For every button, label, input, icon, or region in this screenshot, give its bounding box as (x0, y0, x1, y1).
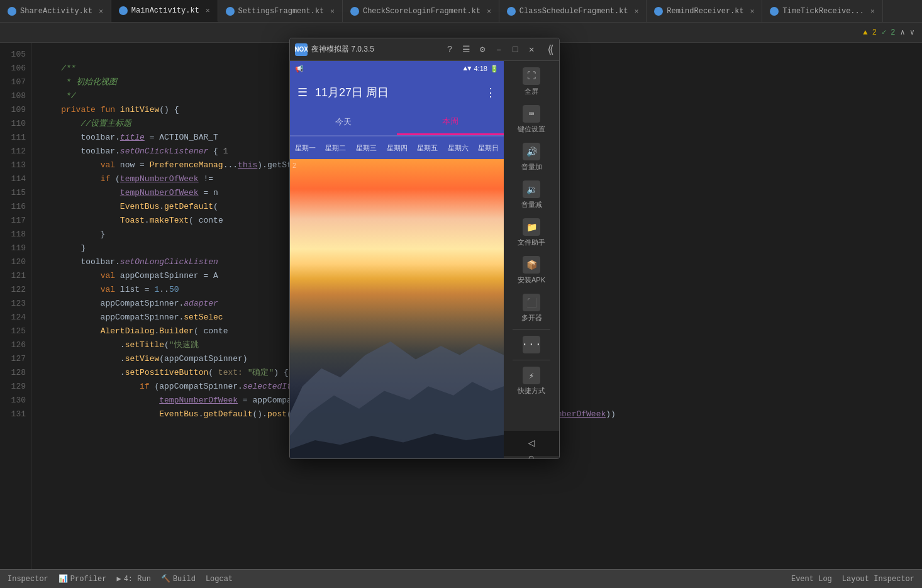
fullscreen-btn[interactable]: ⛶ 全屏 (506, 64, 557, 100)
week-tab-today-label: 今天 (335, 116, 352, 128)
mountain-silhouette-svg (290, 279, 504, 458)
settings-btn[interactable]: ⚙ (477, 44, 488, 55)
eventlog-label: Event Log (791, 575, 832, 584)
hamburger-icon[interactable]: ☰ (297, 86, 308, 99)
help-btn[interactable]: ? (444, 44, 455, 55)
tab-mainactivity[interactable]: MainActivity.kt ✕ (111, 0, 218, 22)
app-toolbar: ☰ 11月27日 周日 ⋮ (290, 76, 504, 109)
week-tab-thisweek-label: 本周 (442, 116, 458, 127)
build-btn[interactable]: 🔨 Build (161, 574, 196, 584)
volume-up-icon: 🔊 (523, 143, 540, 160)
battery-icon: 🔋 (490, 65, 499, 73)
status-time: 4:18 (474, 65, 487, 72)
file-assistant-icon: 📁 (523, 218, 540, 236)
tab-icon-shareactivity (8, 7, 16, 16)
phone-screen: 📢 ▲▼ 4:18 🔋 ☰ 11月27日 周日 ⋮ 今天 本周 (290, 61, 504, 458)
tab-close-classschedulefragment[interactable]: ✕ (635, 7, 639, 15)
inspector-label: Inspector (8, 575, 48, 584)
schedule-body: 2 (290, 159, 504, 458)
tab-close-remindreceiver[interactable]: ✕ (750, 7, 755, 15)
tab-icon-classschedulefragment (507, 7, 516, 16)
tab-icon-settingsfragment (226, 7, 235, 16)
tab-icon-checkscoreloginfragment (350, 7, 359, 16)
bottom-bar: Inspector 📊 Profiler ▶ 4: Run 🔨 Build Lo… (0, 569, 922, 588)
tab-close-settingsfragment[interactable]: ✕ (330, 7, 335, 15)
tab-classschedulefragment[interactable]: ClassScheduleFragment.kt ✕ (499, 0, 647, 22)
volume-up-btn[interactable]: 🔊 音量加 (506, 139, 557, 175)
emulator-body: 📢 ▲▼ 4:18 🔋 ☰ 11月27日 周日 ⋮ 今天 本周 (290, 61, 559, 458)
tab-close-checkscoreloginfragment[interactable]: ✕ (487, 7, 491, 15)
emulator-titlebar: NOX 夜神模拟器 7.0.3.5 ? ☰ ⚙ – □ ✕ ⟪ (290, 38, 559, 61)
volume-down-icon: 🔉 (523, 180, 540, 198)
profiler-btn[interactable]: 📊 Profiler (58, 574, 107, 584)
file-assistant-label: 文件助手 (518, 238, 545, 247)
tab-label-settingsfragment: SettingsFragment.kt (238, 7, 325, 16)
install-apk-btn[interactable]: 📦 安装APK (506, 252, 557, 289)
tab-shareactivity[interactable]: ShareActivity.kt ✕ (0, 0, 111, 22)
more-tools-btn[interactable]: ··· (506, 332, 557, 357)
install-apk-icon: 📦 (523, 256, 540, 274)
shortcut-label: 快捷方式 (518, 386, 545, 396)
tab-label-remindreceiver: RemindReceiver.kt (667, 7, 743, 16)
week-tab-thisweek[interactable]: 本周 (397, 109, 504, 135)
back-nav-btn[interactable]: ◁ (520, 436, 543, 450)
layoutinspector-btn[interactable]: Layout Inspector (842, 575, 914, 584)
home-nav-btn[interactable]: ○ (520, 452, 543, 458)
tab-label-checkscoreloginfragment: CheckScoreLoginFragment.kt (363, 7, 480, 16)
tab-icon-remindreceiver (654, 7, 663, 16)
emulator-sidebar: ⛶ 全屏 ⌨ 键位设置 🔊 音量加 🔉 音量减 📁 文件助手 📦 安装APK (504, 61, 559, 458)
keymapping-btn[interactable]: ⌨ 键位设置 (506, 101, 557, 138)
app-toolbar-title: 11月27日 周日 (315, 85, 477, 100)
emulator-window: NOX 夜神模拟器 7.0.3.5 ? ☰ ⚙ – □ ✕ ⟪ 📢 ▲▼ 4:1… (289, 38, 560, 459)
install-apk-label: 安装APK (518, 275, 545, 285)
day-saturday: 星期六 (443, 143, 474, 153)
tab-close-shareactivity[interactable]: ✕ (99, 7, 103, 15)
run-icon: ▶ (116, 574, 121, 584)
eventlog-btn[interactable]: Event Log (791, 575, 832, 584)
week-tab-today[interactable]: 今天 (290, 109, 397, 135)
day-thursday: 星期四 (382, 143, 413, 153)
tab-label-shareactivity: ShareActivity.kt (20, 7, 92, 16)
minimize-btn[interactable]: – (493, 44, 504, 55)
tab-checkscoreloginfragment[interactable]: CheckScoreLoginFragment.kt ✕ (343, 0, 499, 22)
tab-close-timetickreceive[interactable]: ✕ (870, 7, 875, 15)
scroll-up-btn[interactable]: ∧ (901, 28, 905, 37)
week-number-overlay: 2 (292, 162, 296, 169)
sidebar-toggle-btn[interactable]: ⟪ (547, 43, 554, 57)
shortcut-btn[interactable]: ⚡ 快捷方式 (506, 363, 557, 399)
multi-open-icon: ⬛ (523, 294, 540, 311)
run-btn[interactable]: ▶ 4: Run (116, 574, 150, 584)
tab-remindreceiver[interactable]: RemindReceiver.kt ✕ (647, 0, 762, 22)
maximize-btn[interactable]: □ (509, 44, 521, 55)
multi-open-btn[interactable]: ⬛ 多开器 (506, 290, 557, 326)
multi-open-label: 多开器 (521, 313, 542, 323)
scroll-down-btn[interactable]: ∨ (910, 28, 914, 37)
volume-down-label: 音量减 (521, 200, 542, 209)
warning-count[interactable]: ▲ 2 (863, 28, 877, 37)
layoutinspector-label: Layout Inspector (842, 575, 914, 584)
line-numbers: 105 106 107 108 109 110 111 112 113 114 … (0, 43, 31, 569)
fullscreen-icon: ⛶ (523, 67, 540, 85)
file-assistant-btn[interactable]: 📁 文件助手 (506, 214, 557, 251)
build-label: Build (173, 575, 196, 584)
day-wednesday: 星期三 (351, 143, 382, 153)
inspector-btn[interactable]: Inspector (8, 575, 48, 584)
close-btn[interactable]: ✕ (526, 44, 537, 55)
tab-close-mainactivity[interactable]: ✕ (206, 6, 210, 14)
volume-down-btn[interactable]: 🔉 音量减 (506, 177, 557, 213)
logcat-btn[interactable]: Logcat (206, 575, 233, 584)
day-tuesday: 星期二 (321, 143, 352, 153)
profiler-icon: 📊 (58, 574, 68, 584)
profiler-label: Profiler (70, 575, 107, 584)
tab-bar: ShareActivity.kt ✕ MainActivity.kt ✕ Set… (0, 0, 922, 23)
emulator-controls: ? ☰ ⚙ – □ ✕ ⟪ (444, 43, 554, 57)
check-count[interactable]: ✓ 2 (882, 28, 896, 37)
tab-timetickreceive[interactable]: TimeTickReceive... ✕ (762, 0, 882, 22)
build-icon: 🔨 (161, 574, 170, 584)
tab-settingsfragment[interactable]: SettingsFragment.kt ✕ (218, 0, 343, 22)
menu-btn[interactable]: ☰ (460, 44, 472, 55)
emulator-title: 夜神模拟器 7.0.3.5 (311, 44, 440, 55)
keymapping-icon: ⌨ (523, 105, 540, 123)
schedule-background: 2 (290, 159, 504, 458)
more-options-icon[interactable]: ⋮ (485, 86, 496, 99)
